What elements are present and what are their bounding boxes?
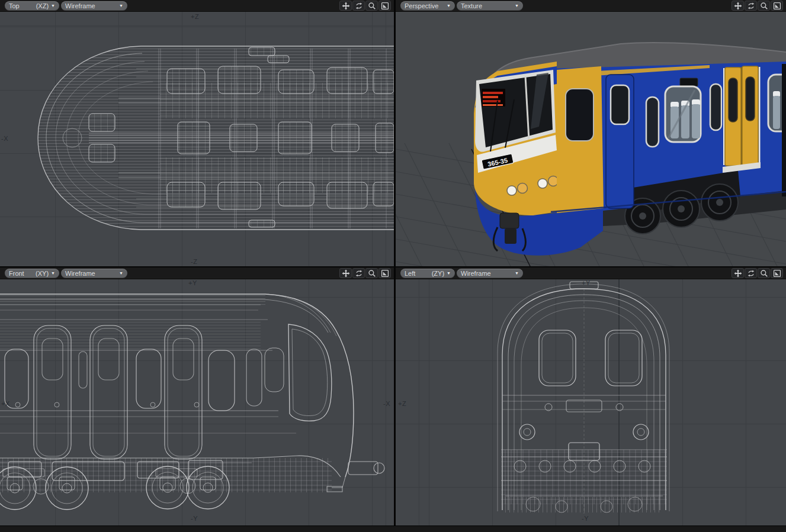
pan-icon[interactable] (732, 1, 744, 11)
view-type-dropdown[interactable]: Top (XZ) ▼ (5, 1, 59, 11)
shading-mode-dropdown[interactable]: Texture ▼ (457, 1, 523, 11)
view-type-dropdown[interactable]: Left (ZY) ▼ (400, 269, 455, 278)
shading-mode-label: Wireframe (461, 270, 512, 277)
quad-viewport-app: Top (XZ) ▼ Wireframe ▼ +Z -X -Z (0, 0, 786, 532)
wireframe-front-view (0, 279, 394, 525)
shading-mode-dropdown[interactable]: Wireframe ▼ (61, 269, 127, 278)
chevron-down-icon: ▼ (447, 271, 451, 275)
maximize-icon[interactable] (771, 268, 783, 278)
view-type-label: Top (9, 2, 34, 9)
shading-mode-label: Wireframe (65, 2, 117, 9)
chevron-down-icon: ▼ (51, 4, 55, 8)
axis-label: +Z (398, 400, 406, 407)
shading-mode-dropdown[interactable]: Wireframe ▼ (457, 269, 523, 278)
cab-door-window (611, 85, 629, 124)
view-type-label: Front (9, 270, 33, 277)
passenger-window (665, 86, 701, 142)
view-type-dropdown[interactable]: Perspective ▼ (400, 1, 455, 11)
wireframe-left-view (396, 279, 786, 525)
axis-label: -X (1, 135, 8, 142)
view-type-label: Left (405, 270, 429, 277)
viewport-front[interactable]: Front (XY) ▼ Wireframe ▼ +Y +X -X -Y (0, 267, 394, 525)
rotate-icon[interactable] (352, 268, 365, 278)
chevron-down-icon: ▼ (515, 4, 519, 8)
cab-side-window (566, 89, 593, 141)
view-axes-label: (ZY) (432, 270, 444, 277)
pan-icon[interactable] (732, 268, 744, 278)
viewport-front-header: Front (XY) ▼ Wireframe ▼ (0, 267, 394, 279)
view-type-dropdown[interactable]: Front (XY) ▼ (5, 269, 59, 278)
view-axes-label: (XZ) (36, 2, 49, 9)
viewport-left-canvas[interactable]: +Y +Z -Y (396, 279, 786, 525)
viewport-perspective[interactable]: Perspective ▼ Texture ▼ (396, 0, 786, 266)
chevron-down-icon: ▼ (119, 4, 123, 8)
viewport-top-header: Top (XZ) ▼ Wireframe ▼ (0, 0, 394, 12)
viewport-front-canvas[interactable]: +Y +X -X -Y (0, 279, 394, 525)
zoom-icon[interactable] (758, 268, 770, 278)
axis-label: -X (383, 400, 390, 407)
zoom-icon[interactable] (365, 1, 378, 11)
viewport-top[interactable]: Top (XZ) ▼ Wireframe ▼ +Z -X -Z (0, 0, 394, 266)
chevron-down-icon: ▼ (515, 271, 519, 275)
axis-label: -Y (191, 515, 198, 522)
viewport-tools (732, 268, 783, 278)
view-type-label: Perspective (405, 2, 444, 9)
textured-train-scene: 365-35 (396, 12, 786, 266)
led-destination-display (482, 89, 505, 107)
axis-label: +Z (191, 13, 199, 20)
viewport-perspective-canvas[interactable]: 365-35 (396, 12, 786, 266)
maximize-icon[interactable] (771, 1, 783, 11)
axis-label: +Y (188, 279, 197, 286)
pan-icon[interactable] (339, 1, 352, 11)
viewport-perspective-header: Perspective ▼ Texture ▼ (396, 0, 786, 12)
bottom-divider-strip (0, 525, 786, 532)
oval-window (710, 84, 721, 130)
viewport-tools (339, 1, 391, 11)
viewport-tools (339, 268, 391, 278)
maximize-icon[interactable] (378, 268, 391, 278)
viewport-top-canvas[interactable]: +Z -X -Z (0, 12, 394, 266)
shading-mode-label: Texture (461, 2, 512, 9)
passenger-doors (723, 66, 761, 173)
chevron-down-icon: ▼ (119, 271, 123, 275)
axis-label: +Y (582, 279, 591, 286)
axis-label: -Z (191, 258, 197, 265)
rotate-icon[interactable] (745, 268, 757, 278)
rotate-icon[interactable] (352, 1, 365, 11)
axis-label: -Y (582, 515, 589, 522)
oval-window (646, 97, 659, 147)
shading-mode-label: Wireframe (65, 270, 117, 277)
roof-grille (680, 78, 698, 86)
chevron-down-icon: ▼ (51, 271, 55, 275)
maximize-icon[interactable] (378, 1, 391, 11)
chevron-down-icon: ▼ (447, 4, 451, 8)
wireframe-top-view (0, 12, 394, 266)
pan-icon[interactable] (339, 268, 352, 278)
view-axes-label: (XY) (36, 270, 49, 277)
zoom-icon[interactable] (758, 1, 770, 11)
viewport-left-header: Left (ZY) ▼ Wireframe ▼ (396, 267, 786, 279)
shading-mode-dropdown[interactable]: Wireframe ▼ (61, 1, 127, 11)
zoom-icon[interactable] (365, 268, 378, 278)
viewport-left[interactable]: Left (ZY) ▼ Wireframe ▼ +Y +Z -Y (396, 267, 786, 525)
axis-label: +X (1, 400, 10, 407)
rotate-icon[interactable] (745, 1, 757, 11)
viewport-tools (732, 1, 783, 11)
